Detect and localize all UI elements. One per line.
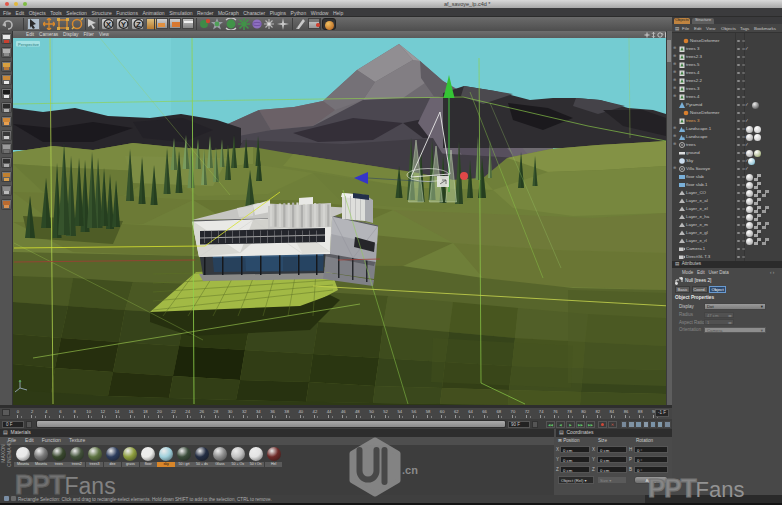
svg-text:X: X: [106, 20, 112, 29]
svg-text:.cn: .cn: [402, 464, 418, 476]
svg-text:Z: Z: [136, 20, 141, 29]
svg-text:Y: Y: [121, 20, 127, 29]
svg-text:Perspective: Perspective: [18, 42, 40, 47]
